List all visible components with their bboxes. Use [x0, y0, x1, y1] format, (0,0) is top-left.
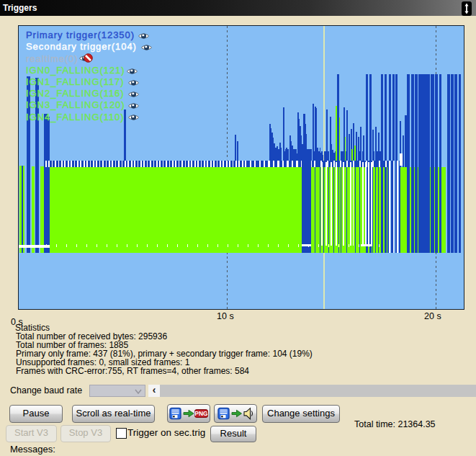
svg-text:PNG: PNG: [194, 410, 208, 417]
